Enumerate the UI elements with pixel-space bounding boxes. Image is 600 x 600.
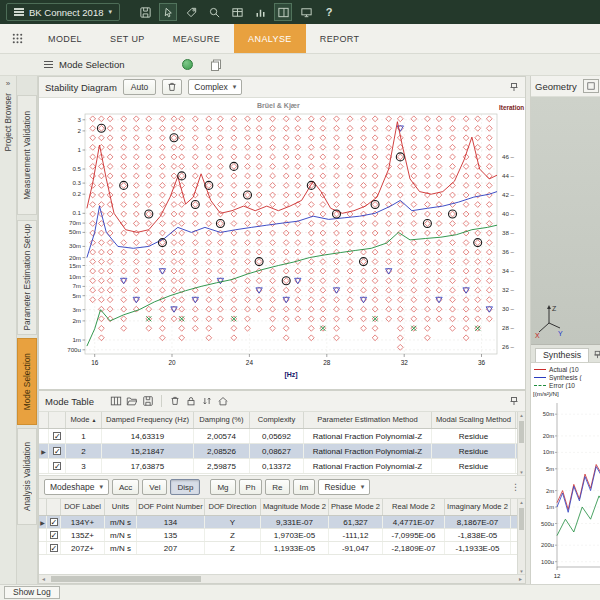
tab-model[interactable]: MODEL (34, 24, 96, 53)
column-header[interactable]: Imaginary Mode 2 (445, 499, 511, 515)
table-icon[interactable] (228, 3, 246, 21)
table-row[interactable]: ✓135Z+m/N s135Z1,9703E-05-111,12-7,0995E… (39, 529, 517, 542)
im-button[interactable]: Im (293, 479, 316, 495)
chevron-down-icon: ▾ (99, 483, 103, 491)
re-button[interactable]: Re (265, 479, 289, 495)
pointer-icon[interactable] (159, 3, 177, 21)
app-menu-dropdown[interactable]: BK Connect 2018 ▾ (6, 3, 120, 21)
column-header[interactable]: Real Mode 2 (383, 499, 445, 515)
pin-icon[interactable] (593, 350, 600, 359)
sidebar-item-analysis-validation[interactable]: Analysis Validation (17, 428, 37, 525)
svg-text:0.5: 0.5 (72, 165, 81, 172)
ph-button[interactable]: Ph (239, 479, 263, 495)
save-icon[interactable] (142, 395, 154, 407)
help-icon[interactable]: ? (320, 3, 338, 21)
modeshape-dropdown[interactable]: Modeshape▾ (44, 479, 109, 495)
more-options-icon[interactable]: ⋮ (511, 482, 520, 492)
pin-icon[interactable] (509, 396, 519, 406)
geometry-view[interactable]: ZXY (531, 97, 600, 345)
save-icon[interactable] (136, 3, 154, 21)
svg-text:70m: 70m (69, 219, 81, 226)
home-icon[interactable] (217, 395, 229, 407)
row-checkbox[interactable]: ✓ (50, 544, 58, 552)
sidebar-item-mode-selection[interactable]: Mode Selection (17, 338, 37, 425)
cell: 0,13372 (250, 459, 304, 473)
checkbox-cell: ✓ (49, 459, 66, 473)
mode-table-header: Mode Table (39, 391, 525, 412)
menu-lines-icon[interactable] (44, 59, 53, 69)
row-selector-active[interactable]: ▶ (39, 444, 49, 458)
copy-icon[interactable] (209, 58, 223, 72)
row-checkbox[interactable]: ✓ (53, 432, 61, 440)
tab-analyse[interactable]: ANALYSE (234, 24, 306, 53)
row-checkbox[interactable]: ✓ (50, 531, 58, 539)
table-row[interactable]: ✓114,633192,005740,05692Rational Fractio… (39, 429, 517, 444)
column-header[interactable]: Magnitude Mode 2 (261, 499, 329, 515)
table-row[interactable]: ✓207Z+m/N s207Z1,1933E-05-91,047-2,1809E… (39, 542, 517, 555)
chart-icon[interactable] (251, 3, 269, 21)
view-toolbar: Mode Selection (0, 54, 600, 76)
tab-report[interactable]: REPORT (306, 24, 374, 53)
cell: -1,838E-05 (445, 529, 511, 541)
horizontal-scrollbar[interactable]: ◄► (39, 574, 525, 583)
column-header[interactable]: DOF Label (61, 499, 105, 515)
column-header[interactable]: DOF Point Number (137, 499, 205, 515)
checkbox-cell: ✓ (47, 542, 61, 554)
svg-text:32 –: 32 – (502, 286, 515, 293)
tag-icon[interactable] (182, 3, 200, 21)
table-row[interactable]: ▶✓215,218472,085260,08627Rational Fracti… (39, 444, 517, 459)
vel-button[interactable]: Vel (142, 479, 167, 495)
vertical-scrollbar[interactable]: ▲▼ (517, 412, 525, 475)
layout-icon[interactable] (274, 3, 292, 21)
expand-panel-icon[interactable]: » (6, 79, 10, 88)
column-header[interactable]: Complexity (250, 412, 304, 428)
svg-text:26 –: 26 – (502, 343, 515, 350)
row-selector-active[interactable]: ▶ (39, 516, 47, 528)
row-checkbox[interactable]: ✓ (53, 447, 61, 455)
synthesis-chart[interactable]: 50m20m10m5m2m1m500u200u100u12 (531, 399, 600, 584)
column-header[interactable]: Parameter Estimation Method (304, 412, 432, 428)
lock-icon[interactable] (185, 395, 197, 407)
search-icon[interactable] (205, 3, 223, 21)
delete-icon[interactable] (169, 395, 181, 407)
row-selector[interactable] (39, 429, 49, 443)
auto-button[interactable]: Auto (123, 79, 157, 95)
open-folder-icon[interactable] (126, 395, 138, 407)
column-header[interactable]: Mode▲ (66, 412, 102, 428)
row-checkbox[interactable]: ✓ (50, 518, 58, 526)
sidebar-item-parameter-estimation-set-up[interactable]: Parameter Estimation Set-up (17, 220, 37, 335)
sidebar-item-measurement-validation[interactable]: Measurement Validation (17, 95, 37, 215)
row-selector[interactable] (39, 459, 49, 473)
column-header[interactable]: Damped Frequency (Hz) (102, 412, 194, 428)
stability-chart[interactable]: 3210.50.30.20.170m50m30m20m15m10m7m5m3m2… (39, 98, 525, 389)
row-selector[interactable] (39, 542, 47, 554)
acc-button[interactable]: Acc (112, 479, 139, 495)
row-selector[interactable] (39, 529, 47, 541)
delete-button[interactable] (162, 79, 182, 95)
wireframe-display-button[interactable] (583, 79, 599, 93)
column-header[interactable]: Damping (%) (194, 412, 250, 428)
project-browser-strip[interactable]: » Project Browser (0, 76, 17, 584)
row-checkbox[interactable]: ✓ (53, 462, 61, 470)
vertical-scrollbar[interactable]: ▲▼ (517, 499, 525, 574)
column-header[interactable]: Phase Mode 2 (329, 499, 383, 515)
process-status-icon[interactable] (182, 59, 193, 70)
tab-measure[interactable]: MEASURE (159, 24, 234, 53)
tab-set-up[interactable]: SET UP (96, 24, 159, 53)
disp-button[interactable]: Disp (170, 479, 200, 495)
display-icon[interactable] (297, 3, 315, 21)
tab-synthesis[interactable]: Synthesis (535, 348, 589, 362)
mg-button[interactable]: Mg (210, 479, 235, 495)
apps-grid-icon[interactable] (0, 24, 34, 53)
table-row[interactable]: ✓317,638752,598750,13372Rational Fractio… (39, 459, 517, 474)
residue-dropdown[interactable]: Residue▾ (318, 479, 370, 495)
pin-icon[interactable] (509, 82, 519, 92)
columns-icon[interactable] (110, 395, 122, 407)
sort-icon[interactable] (201, 395, 213, 407)
show-log-button[interactable]: Show Log (4, 586, 60, 599)
complex-dropdown[interactable]: Complex ▾ (188, 79, 242, 95)
table-row[interactable]: ▶✓134Y+m/N s134Y9,331E-0761,3274,4771E-0… (39, 516, 517, 529)
column-header[interactable]: Modal Scaling Method (432, 412, 516, 428)
column-header[interactable]: Units (105, 499, 137, 515)
column-header[interactable]: DOF Direction (205, 499, 261, 515)
